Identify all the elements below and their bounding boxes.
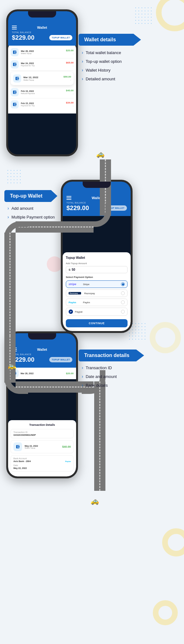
trans-amount: $90.00 <box>64 75 71 78</box>
feature-trans-id: › Transaction ID <box>82 365 117 370</box>
trans-info: Mar 24, 2022 Payment for Trip <box>21 62 66 67</box>
road-vertical-4 <box>94 381 105 491</box>
feature-multiple-payment: › Multiple Payment option <box>7 214 55 219</box>
chevron-icon: › <box>70 79 71 82</box>
trans-right: $40.00 › <box>66 89 74 95</box>
paypal-option[interactable]: P Paypal <box>66 308 128 316</box>
paytm-option[interactable]: Paytm Paytm <box>66 299 128 306</box>
transaction-detail-modal: Transaction Details Transaction ID GH320… <box>8 420 76 476</box>
trans-amount: $34.00 <box>66 101 74 104</box>
wallet-title-3: Wallet <box>37 348 47 351</box>
bank-name: Axis Bank - 2604 <box>13 460 31 462</box>
arrow-icon: › <box>82 374 83 379</box>
taxi-car-1: 🚕 <box>96 150 104 158</box>
bank-value-row: Axis Bank - 2604 Paytm <box>13 460 71 462</box>
date-value: May 22, 2022 <box>13 467 71 469</box>
detail-trans-desc: Wallet Topup <box>25 447 62 449</box>
feature-date-amount: › Date and amount <box>82 374 117 379</box>
paytm-radio[interactable] <box>121 300 125 304</box>
feature-label: Date and amount <box>86 374 117 379</box>
currency-symbol: S <box>69 268 70 271</box>
phone-notch-1 <box>28 11 56 18</box>
trans-right: $65.00 › <box>66 61 74 68</box>
wallet-features: › Total wallet balance › Top-up wallet o… <box>82 50 122 85</box>
razorpay-option[interactable]: Razorpay Razorpay <box>66 289 128 297</box>
phone-notch-3 <box>28 333 56 340</box>
trans-desc: Refund Payment <box>21 93 66 94</box>
transaction-detail-info: May 22, 2022 Wallet Topup <box>25 445 62 449</box>
paytm-name: Paytm <box>83 301 121 304</box>
arrow-icon: › <box>7 214 9 219</box>
trans-date: Mar 24, 2022 <box>21 62 66 64</box>
payment-section-label: Select Payment Option <box>66 276 128 279</box>
razorpay-name: Razorpay <box>84 292 121 295</box>
balance-label-3: TOTAL BALANCE <box>12 353 72 355</box>
trans-right: $20.00 › <box>66 49 74 55</box>
topup-banner-container: Top-up Wallet <box>4 190 57 202</box>
taxi-car-2: 🚕 <box>8 362 17 370</box>
trans-info: Mar 12, 2022 Wallet Topup <box>23 76 64 81</box>
transaction-item[interactable]: Mar 28, 2022 Wallet Topup $20.00 › <box>11 46 74 58</box>
transaction-id-section: Transaction ID GH32015209802JNDP <box>11 429 74 438</box>
banner-label: Wallet details <box>79 34 141 46</box>
bank-account-row: Bank Account Axis Bank - 2604 Paytm <box>13 457 71 462</box>
phone-wallet: Wallet TOTAL BALANCE $229.00 TOPUP WALLE… <box>6 9 78 156</box>
transaction-details-banner-container: Transaction details <box>79 350 144 361</box>
wallet-details-banner: Wallet details <box>79 34 141 46</box>
transaction-item[interactable]: Feb 19, 2022 Refund Payment $40.00 › <box>11 86 74 98</box>
feature-history: › Wallet History <box>82 68 122 73</box>
continue-button[interactable]: CONTINUE <box>66 319 128 327</box>
date-label: Date <box>13 464 71 466</box>
feature-label: Multiple Payment option <box>12 215 55 219</box>
bank-badge: Paytm <box>65 460 71 462</box>
trans-desc: Wallet Topup <box>23 79 64 81</box>
topup-modal: Topup Wallet Add Topup Amount S 50 Selec… <box>63 252 131 331</box>
chevron-icon: › <box>73 65 74 68</box>
trans-right: $34.00 › <box>66 101 74 108</box>
topup-features: › Add amount › Multiple Payment option <box>7 206 55 223</box>
trans-id-value: GH32015209802JNDP <box>13 434 71 436</box>
razorpay-logo: Razorpay <box>69 292 81 294</box>
add-amount-label: Add Topup Amount <box>66 262 128 265</box>
phone-notch-2 <box>83 182 111 188</box>
amount-input-field[interactable]: S 50 <box>66 266 128 273</box>
arrow-icon: › <box>82 68 83 73</box>
paypal-radio[interactable] <box>121 310 125 314</box>
stripe-option[interactable]: stripe Stripe <box>66 280 128 288</box>
phone-screen-1: Wallet TOTAL BALANCE $229.00 TOPUP WALLE… <box>8 11 76 154</box>
razorpay-radio[interactable] <box>121 291 125 295</box>
hamburger-icon[interactable] <box>12 26 17 29</box>
road-vertical-2 <box>4 233 16 336</box>
topup-button-3[interactable]: TOPUP WALLET <box>49 357 72 362</box>
detail-trans-date: May 22, 2022 <box>25 445 62 447</box>
feature-label: Total wallet balance <box>86 50 121 55</box>
arrow-icon: › <box>82 50 83 55</box>
feature-bank-details: › Bank details <box>82 383 117 388</box>
chevron-icon: › <box>73 105 74 108</box>
transaction-highlight[interactable]: Mar 12, 2022 Wallet Topup $90.00 › <box>11 72 74 85</box>
trans-desc: Wallet Topup <box>21 53 66 54</box>
transaction-item[interactable]: Feb 15, 2022 Payment for Trip $34.00 › <box>11 98 74 110</box>
amount-section: May 22, 2022 Wallet Topup $40.00 <box>11 440 74 453</box>
feature-total-balance: › Total wallet balance <box>82 50 122 55</box>
topup-wallet-button[interactable]: TOPUP WALLET <box>49 35 72 40</box>
wallet-icon <box>11 48 19 56</box>
wallet-title: Wallet <box>37 26 47 29</box>
modal-title: Topup Wallet <box>66 256 128 259</box>
hamburger-icon-2[interactable] <box>66 196 71 200</box>
trans-desc: Payment for Trip <box>21 65 66 67</box>
trans-amount-3: $20.00 <box>66 372 74 375</box>
paypal-name: Paypal <box>75 310 121 313</box>
feature-label: Top-up wallet option <box>86 59 122 64</box>
amount-value: 50 <box>72 268 75 271</box>
stripe-radio[interactable] <box>121 282 125 286</box>
transaction-item[interactable]: Mar 24, 2022 Payment for Trip $65.00 › <box>11 58 74 71</box>
wallet-icon <box>11 88 19 96</box>
feature-label: Bank details <box>86 383 108 388</box>
feature-label: Transaction ID <box>86 365 112 370</box>
balance-label: TOTAL BALANCE <box>12 31 72 33</box>
paypal-logo: P <box>69 309 73 314</box>
transaction-features: › Transaction ID › Date and amount › Ban… <box>82 365 117 391</box>
feature-label: Detailed amount <box>86 77 115 81</box>
balance-amount: $229.00 <box>12 34 34 41</box>
